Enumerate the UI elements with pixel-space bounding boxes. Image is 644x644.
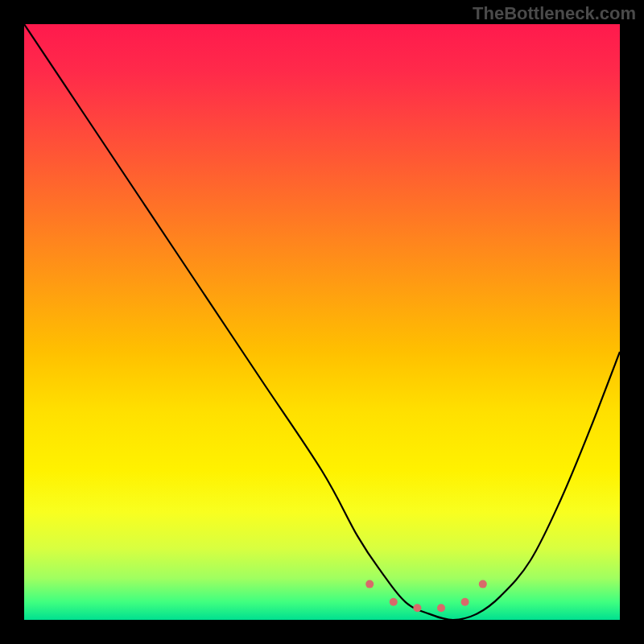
marker-point <box>390 598 398 606</box>
bottleneck-curve <box>24 24 620 620</box>
optimal-range-markers <box>365 580 487 613</box>
marker-point <box>413 604 421 612</box>
marker-point <box>437 604 445 612</box>
marker-point <box>479 580 487 588</box>
marker-point <box>461 598 469 606</box>
chart-plot-area <box>24 24 620 620</box>
marker-point <box>365 580 374 588</box>
watermark-text: TheBottleneck.com <box>473 3 636 24</box>
chart-svg <box>24 24 620 620</box>
